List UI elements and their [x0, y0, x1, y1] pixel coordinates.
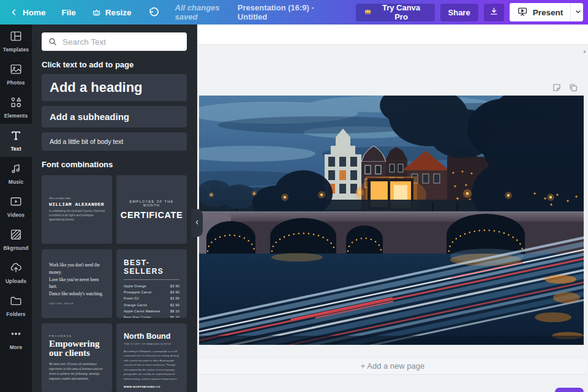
file-menu-button[interactable]: File	[62, 8, 76, 17]
document-title[interactable]: Presentation (16:9) - Untitled	[238, 3, 342, 21]
divider	[124, 279, 179, 280]
editor-canvas: ▲	[197, 24, 588, 392]
add-heading-button[interactable]: Add a heading	[42, 74, 187, 101]
resize-label: Resize	[105, 8, 132, 17]
sidebar-rail: Templates Photos Elements Text Music Vid…	[0, 24, 32, 392]
menu-row: Apple Orange$3.90	[124, 284, 179, 288]
combo-card-william-alexander[interactable]: This certifies that WILLIAM ALEXANDER in…	[42, 175, 112, 244]
combo-card-bestsellers[interactable]: BEST-SELLERS Apple Orange$3.90 Pineapple…	[116, 249, 187, 318]
share-button[interactable]: Share	[440, 4, 478, 21]
add-body-text-button[interactable]: Add a little bit of body text	[42, 132, 187, 151]
present-dropdown-button[interactable]	[570, 3, 583, 21]
music-icon	[9, 162, 23, 176]
amsterdam-canal-night-photo[interactable]	[199, 96, 584, 345]
add-notes-icon[interactable]	[552, 83, 562, 95]
sidebar-item-uploads[interactable]: Uploads	[0, 256, 32, 289]
text-panel: Click text to add to page Add a heading …	[32, 24, 197, 392]
present-button[interactable]: Present	[510, 3, 571, 21]
resize-button[interactable]: Resize	[92, 8, 132, 17]
photos-icon	[9, 62, 23, 77]
sidebar-item-more[interactable]: More	[0, 322, 32, 355]
search-box	[42, 32, 187, 51]
combo-card-quote[interactable]: Work like you don't need the money. Love…	[42, 249, 112, 318]
more-icon	[9, 327, 23, 342]
menu-row: Apple Carrot Madness$8.10	[124, 309, 179, 313]
home-label: Home	[23, 8, 46, 17]
add-subheading-button[interactable]: Add a subheading	[42, 106, 187, 127]
duplicate-page-icon[interactable]	[568, 83, 578, 95]
panel-collapse-button[interactable]	[191, 209, 203, 237]
present-button-group: Present	[510, 3, 583, 21]
chevron-left-icon	[194, 217, 200, 228]
elements-icon	[9, 96, 23, 110]
sidebar-item-photos[interactable]: Photos	[0, 58, 32, 91]
add-text-section-title: Click text to add to page	[42, 60, 187, 69]
chevron-down-icon	[575, 8, 582, 17]
back-icon	[10, 8, 18, 17]
menu-row: Orange Carrot$2.90	[124, 303, 179, 307]
text-icon	[9, 129, 23, 143]
menu-row: Pineapple Carrot$4.90	[124, 290, 179, 294]
undo-icon	[148, 7, 159, 18]
add-new-page-button[interactable]: + Add a new page	[198, 357, 587, 375]
combo-card-certificate[interactable]: EMPLOYEE OF THE MONTH CERTIFICATE	[116, 175, 187, 244]
sidebar-item-music[interactable]: Music	[0, 157, 32, 190]
combo-card-northbound[interactable]: North Bound THE STORY OF HEADING NORTH A…	[116, 323, 187, 392]
sidebar-item-videos[interactable]: Videos	[0, 190, 32, 223]
home-button[interactable]: Home	[10, 8, 46, 17]
uploads-icon	[9, 261, 23, 276]
download-icon	[489, 6, 499, 18]
try-canva-pro-button[interactable]: Try Canva Pro	[356, 4, 435, 21]
font-combinations-grid: This certifies that WILLIAM ALEXANDER in…	[42, 175, 187, 392]
save-status: All changes saved	[175, 3, 238, 21]
pro-crown-icon	[364, 7, 372, 17]
font-combinations-title: Font combinations	[42, 160, 187, 169]
present-icon	[517, 6, 528, 19]
download-button[interactable]	[484, 4, 504, 21]
sidebar-item-elements[interactable]: Elements	[0, 91, 32, 124]
top-bar: Home File Resize All changes saved Prese…	[0, 0, 588, 24]
templates-icon	[9, 29, 23, 44]
sidebar-item-background[interactable]: Bkground	[0, 223, 32, 256]
sidebar-item-text[interactable]: Text	[0, 124, 32, 157]
sidebar-item-folders[interactable]: Folders	[0, 289, 32, 322]
menu-row: Fresh OJ$3.90	[124, 296, 179, 300]
help-button[interactable]	[555, 388, 584, 392]
folders-icon	[9, 294, 23, 309]
context-toolbar	[197, 24, 588, 45]
file-label: File	[62, 8, 76, 17]
sidebar-item-templates[interactable]: Templates	[0, 24, 32, 58]
combo-card-empowering[interactable]: PROGRESS Empowering our clients We have …	[42, 323, 112, 392]
videos-icon	[9, 195, 23, 209]
background-icon	[9, 228, 23, 243]
scrollbar-up-arrow[interactable]: ▲	[582, 49, 587, 53]
search-input[interactable]	[42, 32, 187, 51]
undo-button[interactable]	[148, 7, 159, 18]
menu-row: Pear Kiwi Cooler$5.10	[124, 315, 179, 318]
crown-icon	[92, 8, 101, 17]
